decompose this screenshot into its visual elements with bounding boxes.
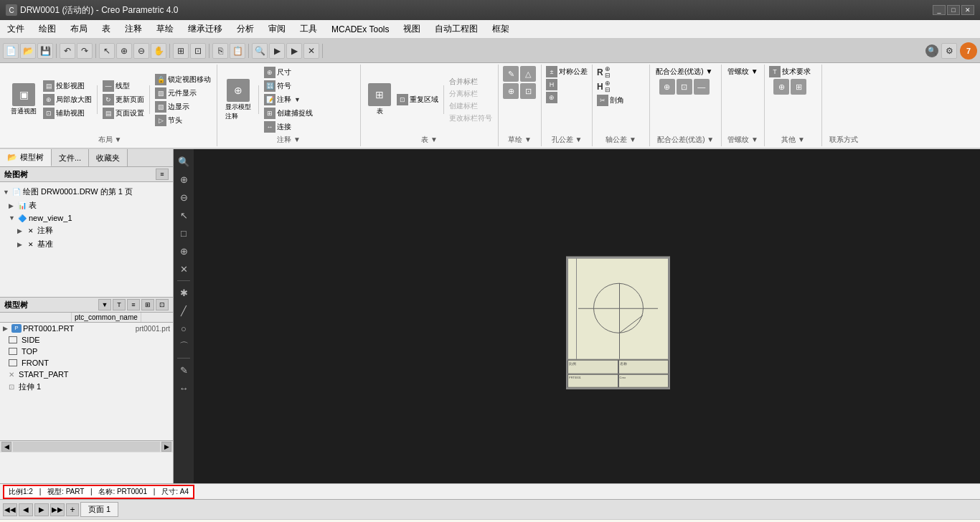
tt-snap[interactable]: ⊡ — [190, 43, 206, 59]
sketch-btn4[interactable]: ⊡ — [520, 83, 536, 99]
repeat-region-button[interactable]: ⊡ 重复区域 — [395, 93, 440, 106]
menu-review[interactable]: 审阅 — [261, 20, 293, 38]
tt-open[interactable]: 📂 — [20, 43, 36, 59]
tt-undo[interactable]: ↶ — [60, 43, 75, 59]
capture-line-button[interactable]: ⊞ 创建捕捉线 — [263, 107, 314, 120]
tech-req-button[interactable]: T 技术要求 — [769, 66, 811, 77]
dimension-button[interactable]: ⊕ 尺寸 — [263, 66, 314, 79]
ct-line[interactable]: ╱ — [176, 303, 192, 318]
ct-star[interactable]: ✱ — [176, 285, 192, 300]
aux-view-button[interactable]: ⊡ 辅助视图 — [42, 107, 93, 120]
page-next-button[interactable]: ▶ — [34, 503, 49, 516]
tt-paste[interactable]: 📋 — [230, 43, 245, 59]
tt-save[interactable]: 💾 — [37, 43, 53, 59]
tree-new-view[interactable]: ▼ 🔷 new_view_1 — [0, 212, 173, 224]
lock-view-button[interactable]: 🔒 锁定视图移动 — [154, 73, 212, 86]
menu-file[interactable]: 文件 — [0, 20, 32, 38]
menu-table[interactable]: 表 — [95, 20, 118, 38]
axis-tol-R[interactable]: R ⊕⊟ — [597, 66, 611, 79]
table-button[interactable]: ⊞ 表 — [365, 82, 394, 118]
menu-mcadex[interactable]: MCADEx Tools — [324, 20, 396, 38]
mt-btn2[interactable]: T — [113, 299, 126, 310]
tt-search[interactable]: 🔍 — [252, 43, 268, 59]
symbol-button[interactable]: 🔣 符号 — [263, 80, 314, 92]
sketch-btn3[interactable]: ⊕ — [503, 83, 519, 99]
hole-tol-btn2[interactable]: H — [546, 79, 559, 90]
menu-frame[interactable]: 框架 — [485, 20, 517, 38]
ct-rectangle[interactable]: □ — [176, 225, 192, 241]
scroll-left[interactable]: ◀ — [1, 442, 11, 452]
tt-close[interactable]: ✕ — [303, 43, 319, 59]
page-first-button[interactable]: ◀◀ — [3, 503, 17, 516]
show-model-annotation-button[interactable]: ⊕ 显示模型注释 — [222, 77, 255, 123]
tt-select[interactable]: ↖ — [99, 43, 115, 59]
minimize-button[interactable]: _ — [933, 5, 946, 15]
ct-add[interactable]: ⊕ — [176, 243, 192, 259]
proj-view-button[interactable]: ▤ 投影视图 — [42, 80, 93, 92]
tree-table[interactable]: ▶ 📊 表 — [0, 199, 173, 212]
axis-tol-H[interactable]: H ⊕⊟ — [597, 80, 611, 93]
merge-col-button[interactable]: 合并标栏 — [448, 76, 494, 87]
symmetry-tol-button[interactable]: ± 对称公差 — [546, 66, 588, 77]
ct-dim[interactable]: ↔ — [176, 380, 192, 396]
tab-favorites[interactable]: 收藏夹 — [89, 149, 128, 166]
mt-row-start-part[interactable]: ✕ START_PART — [0, 369, 173, 380]
mt-btn4[interactable]: ⊞ — [141, 299, 154, 310]
ct-note[interactable]: ✎ — [176, 362, 192, 378]
ct-circle[interactable]: ○ — [176, 321, 192, 336]
mt-row-top[interactable]: TOP — [0, 346, 173, 357]
fit-btn1[interactable]: ⊕ — [659, 79, 675, 95]
tt-zoom-out[interactable]: ⊖ — [133, 43, 149, 59]
tree-config-button[interactable]: ≡ — [156, 169, 169, 180]
tt-new[interactable]: 📄 — [3, 43, 19, 59]
fit-tol-btn[interactable]: 配合公差(优选) ▼ — [654, 66, 714, 77]
tt-zoom-in[interactable]: ⊕ — [116, 43, 132, 59]
mt-row-extrude1[interactable]: ⊡ 拉伸 1 — [0, 380, 173, 394]
menu-annotation[interactable]: 注释 — [118, 20, 149, 38]
page-last-button[interactable]: ▶▶ — [50, 503, 65, 516]
tree-datum[interactable]: ▶ ✕ 基准 — [0, 237, 173, 251]
ct-zoom-fit[interactable]: 🔍 — [176, 153, 192, 169]
sketch-btn2[interactable]: △ — [520, 66, 536, 82]
maximize-button[interactable]: □ — [947, 5, 960, 15]
search-button[interactable]: 🔍 — [925, 44, 938, 57]
tab-files[interactable]: 文件... — [52, 149, 89, 166]
linetype-button[interactable]: — 线型 — [101, 80, 146, 92]
mt-btn1[interactable]: ▼ — [98, 299, 111, 310]
page-tab-1[interactable]: 页面 1 — [80, 502, 118, 517]
close-button[interactable]: ✕ — [961, 5, 974, 15]
arrow-head-button[interactable]: ▷ 节头 — [154, 114, 212, 127]
change-col-sym-button[interactable]: 更改标栏符号 — [448, 113, 494, 124]
menu-auto-drawing[interactable]: 自动工程图 — [428, 20, 485, 38]
mt-btn5[interactable]: ⊡ — [156, 299, 169, 310]
normal-view-button[interactable]: ▣ 普通视图 — [7, 81, 40, 118]
sketch-btn1[interactable]: ✎ — [503, 66, 519, 82]
tt-more1[interactable]: ▶ — [269, 43, 285, 59]
axis-tol-cut[interactable]: ✂ 剖角 — [597, 95, 624, 106]
ct-zoom-in[interactable]: ⊕ — [176, 171, 192, 187]
tt-redo[interactable]: ↷ — [77, 43, 93, 59]
tt-grid[interactable]: ⊞ — [173, 43, 189, 59]
tt-pan[interactable]: ✋ — [151, 43, 166, 59]
create-col-button[interactable]: 创建标栏 — [448, 100, 494, 112]
tree-drawing-root[interactable]: ▼ 📄 绘图 DRW0001.DRW 的第 1 页 — [0, 185, 173, 199]
page-add-button[interactable]: + — [66, 503, 79, 516]
tt-more2[interactable]: ▶ — [286, 43, 302, 59]
menu-analysis[interactable]: 分析 — [230, 20, 261, 38]
mt-row-prt0001[interactable]: ▶ P PRT0001.PRT prt0001.prt — [0, 323, 173, 334]
menu-inherit[interactable]: 继承迁移 — [181, 20, 230, 38]
scroll-right[interactable]: ▶ — [161, 442, 171, 452]
settings-button[interactable]: ⚙ — [941, 43, 957, 59]
mt-row-side[interactable]: SIDE — [0, 334, 173, 346]
ct-arc[interactable]: ⌒ — [176, 338, 192, 354]
mt-btn3[interactable]: ≡ — [127, 299, 140, 310]
page-prev-button[interactable]: ◀ — [19, 503, 33, 516]
fit-btn2[interactable]: ⊡ — [677, 79, 692, 95]
other-btn1[interactable]: ⊕ — [773, 79, 789, 95]
fit-btn3[interactable]: — — [694, 79, 710, 95]
edge-display-button[interactable]: ▧ 边显示 — [154, 100, 212, 113]
other-btn2[interactable]: ⊞ — [791, 79, 806, 95]
split-col-button[interactable]: 分离标栏 — [448, 88, 494, 100]
update-page-button[interactable]: ↻ 更新页面 — [101, 93, 146, 106]
tab-model-tree[interactable]: 📂 模型树 — [0, 149, 52, 166]
